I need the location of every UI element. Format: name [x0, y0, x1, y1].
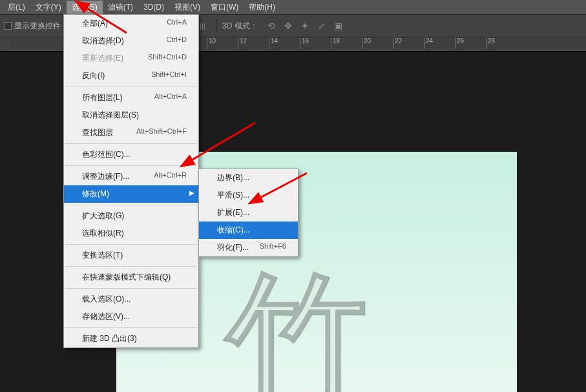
menu-item[interactable]: 所有图层(L)Alt+Ctrl+A [64, 89, 198, 107]
orbit-3d-icon[interactable]: ⟲ [264, 19, 278, 33]
menubar: 层(L) 文字(Y) 选择(S) 滤镜(T) 3D(D) 视图(V) 窗口(W)… [0, 0, 586, 14]
menu-item[interactable]: 扩展(E)... [199, 204, 298, 222]
menu-item-label: 扩大选取(G) [82, 211, 124, 222]
menu-item-label: 扩展(E)... [217, 207, 249, 218]
artwork-glyph: 竹 [226, 245, 375, 392]
menu-item-shortcut: Ctrl+D [167, 36, 187, 46]
menu-item[interactable]: 载入选区(O)... [64, 291, 198, 308]
menu-item[interactable]: 新建 3D 凸出(3) [64, 330, 198, 347]
menu-item-label: 查找图层 [82, 127, 113, 138]
menu-item[interactable]: 收缩(C)... [199, 222, 298, 239]
menu-window[interactable]: 窗口(W) [205, 1, 244, 14]
menu-item[interactable]: 变换选区(T) [64, 247, 198, 264]
menu-item[interactable]: 边界(B)... [199, 169, 298, 187]
menu-item-label: 边界(B)... [217, 172, 249, 183]
menu-view[interactable]: 视图(V) [169, 1, 205, 14]
menu-item[interactable]: 扩大选取(G) [64, 207, 198, 225]
ruler-tick: 16 [300, 37, 309, 49]
menu-item[interactable]: 选取相似(R) [64, 225, 198, 242]
menu-filter[interactable]: 滤镜(T) [103, 1, 138, 14]
modify-submenu[interactable]: 边界(B)...平滑(S)...扩展(E)...收缩(C)...羽化(F)...… [198, 169, 298, 257]
show-transform-checkbox[interactable] [4, 22, 12, 30]
menu-item-shortcut: Shift+Ctrl+D [148, 53, 187, 64]
menu-item-label: 重新选择(E) [82, 53, 123, 64]
menu-item[interactable]: 色彩范围(C)... [64, 146, 198, 163]
menu-item-shortcut: Alt+Ctrl+A [154, 92, 187, 103]
menu-separator [65, 165, 197, 166]
menu-3d[interactable]: 3D(D) [138, 1, 169, 13]
select-menu-dropdown[interactable]: 全部(A)Ctrl+A取消选择(D)Ctrl+D重新选择(E)Shift+Ctr… [63, 14, 199, 348]
menu-item[interactable]: 羽化(F)...Shift+F6 [199, 239, 298, 256]
ruler-tick: 20 [362, 37, 371, 49]
menu-item-label: 存储选区(V)... [82, 311, 130, 322]
camera-3d-icon[interactable]: ▣ [331, 19, 346, 33]
mode-3d-label: 3D 模式： [222, 21, 258, 32]
menu-item-label: 变换选区(T) [82, 250, 123, 261]
menu-item-label: 取消选择(D) [82, 36, 124, 46]
menu-separator [65, 327, 197, 328]
separator [216, 19, 217, 33]
menu-item-label: 反向(I) [82, 70, 105, 81]
menu-item[interactable]: 平滑(S)... [199, 187, 298, 204]
menu-help[interactable]: 帮助(H) [244, 1, 280, 14]
ruler-tick: 22 [393, 37, 402, 49]
menu-item[interactable]: 修改(M)▶ [64, 185, 198, 203]
slide-3d-icon[interactable]: ✦ [298, 19, 312, 33]
menu-item-shortcut: Shift+Ctrl+I [151, 70, 187, 81]
menu-item-label: 色彩范围(C)... [82, 149, 131, 160]
menu-item-label: 全部(A) [82, 18, 108, 29]
menu-separator [65, 143, 197, 144]
menu-item-label: 修改(M) [82, 189, 109, 200]
menu-item-shortcut: Ctrl+A [167, 18, 187, 29]
menu-item[interactable]: 调整边缘(F)...Alt+Ctrl+R [64, 168, 198, 185]
menu-select[interactable]: 选择(S) [67, 1, 103, 14]
menu-item[interactable]: 取消选择(D)Ctrl+D [64, 32, 198, 50]
menu-item-label: 所有图层(L) [82, 92, 123, 103]
menu-item[interactable]: 反向(I)Shift+Ctrl+I [64, 67, 198, 85]
menu-item[interactable]: 全部(A)Ctrl+A [64, 15, 198, 32]
ruler-tick: 24 [424, 37, 433, 49]
menu-item[interactable]: 查找图层Alt+Shift+Ctrl+F [64, 124, 198, 141]
menu-item-label: 新建 3D 凸出(3) [82, 333, 137, 344]
menu-item-shortcut: Alt+Ctrl+R [154, 171, 187, 182]
menu-item-label: 在快速蒙版模式下编辑(Q) [82, 272, 171, 283]
menu-type[interactable]: 文字(Y) [30, 1, 67, 14]
menu-separator [65, 288, 197, 289]
menu-item[interactable]: 取消选择图层(S) [64, 107, 198, 124]
menu-separator [65, 205, 197, 205]
menu-item-label: 平滑(S)... [217, 190, 249, 201]
menu-layer[interactable]: 层(L) [3, 1, 30, 14]
menu-item-shortcut: Shift+F6 [260, 242, 286, 253]
menu-item-label: 收缩(C)... [217, 225, 250, 236]
menu-item-label: 调整边缘(F)... [82, 171, 129, 182]
ruler-tick: 28 [486, 37, 495, 49]
ruler-tick: 26 [455, 37, 464, 49]
menu-item-label: 羽化(F)... [217, 242, 249, 253]
menu-item[interactable]: 存储选区(V)... [64, 308, 198, 325]
menu-separator [65, 266, 197, 267]
scale-3d-icon[interactable]: ⤢ [315, 19, 329, 33]
menu-item-label: 取消选择图层(S) [82, 110, 139, 121]
menu-item[interactable]: 在快速蒙版模式下编辑(Q) [64, 269, 198, 286]
menu-item-label: 选取相似(R) [82, 228, 124, 239]
menu-item-label: 载入选区(O)... [82, 294, 131, 305]
menu-item: 重新选择(E)Shift+Ctrl+D [64, 50, 198, 67]
menu-separator [65, 87, 197, 87]
show-transform-label: 显示变换控件 [14, 21, 61, 32]
menu-item-shortcut: Alt+Shift+Ctrl+F [136, 127, 187, 138]
glyph-character: 竹 [226, 260, 368, 392]
ruler-tick: 18 [331, 37, 340, 49]
submenu-arrow-icon: ▶ [189, 189, 194, 196]
ruler-tick: 10 [207, 37, 216, 49]
ruler-tick: 12 [238, 37, 247, 49]
menu-separator [65, 244, 197, 245]
pan-3d-icon[interactable]: ✥ [281, 19, 295, 33]
ruler-tick: 14 [269, 37, 278, 49]
